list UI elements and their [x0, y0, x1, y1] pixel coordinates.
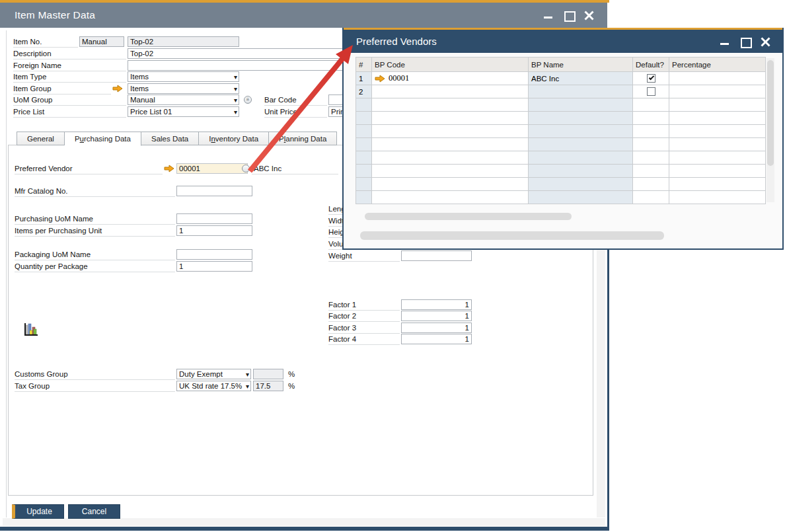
column-header[interactable]: Default?	[633, 57, 669, 72]
bp-code-cell[interactable]	[372, 85, 529, 98]
bp-name-cell[interactable]	[529, 191, 633, 204]
item-no-series-field[interactable]: Manual	[79, 36, 124, 47]
tab-purchasing-data[interactable]: Purchasing Data	[65, 132, 141, 146]
percentage-cell[interactable]	[669, 165, 766, 178]
uom-details-icon[interactable]: ≡	[244, 96, 252, 104]
dialog-vertical-scrollbar[interactable]	[766, 58, 774, 202]
tab-planning-data[interactable]: Planning Data	[269, 132, 337, 145]
row-number-cell[interactable]	[356, 112, 372, 125]
row-number-cell[interactable]	[356, 98, 372, 112]
bp-name-cell[interactable]: ABC Inc	[529, 72, 633, 85]
minimize-icon[interactable]	[543, 11, 553, 20]
bp-name-cell[interactable]	[529, 85, 633, 98]
horizontal-scrollbar-track[interactable]	[3, 518, 605, 526]
percentage-cell[interactable]	[669, 178, 766, 191]
tax-pct-field[interactable]: 17.5	[253, 381, 283, 391]
row-number-cell[interactable]	[356, 138, 372, 151]
dialog-horizontal-scrollbar-2[interactable]	[360, 231, 664, 240]
dialog-horizontal-scrollbar-1[interactable]	[365, 213, 572, 220]
tax-group-dropdown[interactable]: UK Std rate 17.5%	[176, 381, 251, 391]
qty-per-package-field[interactable]: 1	[176, 261, 252, 272]
close-icon[interactable]	[761, 37, 770, 46]
bp-code-cell[interactable]	[372, 98, 529, 112]
factor-2-label: Factor 2	[328, 311, 400, 322]
default-checkbox[interactable]	[647, 87, 655, 96]
row-number-cell[interactable]	[356, 151, 372, 165]
column-header[interactable]: BP Code	[372, 57, 529, 72]
bar-chart-icon[interactable]	[24, 323, 40, 337]
row-number-cell[interactable]: 2	[356, 85, 372, 98]
cancel-button[interactable]: Cancel	[68, 504, 120, 519]
bp-code-cell[interactable]	[372, 125, 529, 138]
scrollbar-thumb[interactable]	[767, 60, 774, 166]
link-arrow-icon[interactable]	[112, 85, 123, 93]
uom-group-dropdown[interactable]: Manual	[128, 95, 239, 105]
bp-code-cell[interactable]: 00001	[372, 72, 529, 85]
packaging-uom-field[interactable]	[176, 249, 252, 260]
tab-inventory-data[interactable]: Inventory Data	[199, 132, 269, 145]
factor-3-field[interactable]: 1	[401, 323, 472, 333]
preferred-vendors-dialog: Preferred Vendors #BP CodeBP NameDefault…	[342, 28, 784, 250]
close-icon[interactable]	[584, 11, 594, 20]
vendor-selector-icon[interactable]	[242, 165, 250, 172]
column-header[interactable]: Percentage	[669, 57, 766, 72]
percentage-cell[interactable]	[669, 98, 766, 112]
preferred-vendors-titlebar[interactable]: Preferred Vendors	[344, 30, 782, 53]
default-checkbox[interactable]	[647, 74, 655, 83]
row-number-cell[interactable]	[356, 178, 372, 191]
vendor-row	[356, 125, 766, 138]
bp-name-cell[interactable]	[529, 138, 633, 151]
row-number-cell[interactable]	[356, 125, 372, 138]
minimize-icon[interactable]	[720, 37, 729, 46]
tab-general[interactable]: General	[17, 132, 65, 145]
customs-group-dropdown[interactable]: Duty Exempt	[176, 369, 251, 379]
row-number-cell[interactable]	[356, 191, 372, 204]
column-header[interactable]: BP Name	[529, 57, 633, 72]
factor-2-field[interactable]: 1	[401, 311, 472, 321]
bp-code-cell[interactable]	[372, 112, 529, 125]
tab-sales-data[interactable]: Sales Data	[141, 132, 199, 145]
bp-name-cell[interactable]	[529, 151, 633, 165]
factor-1-field[interactable]: 1	[401, 299, 472, 310]
default-cell	[633, 112, 669, 125]
bp-code-cell[interactable]	[372, 165, 529, 178]
percentage-cell[interactable]	[669, 72, 766, 85]
update-button[interactable]: Update	[12, 504, 64, 519]
item-type-dropdown[interactable]: Items	[128, 71, 239, 82]
maximize-icon[interactable]	[564, 11, 574, 20]
screen: Item Master Data Item No. Manual Top-02 …	[0, 0, 785, 532]
item-master-titlebar[interactable]: Item Master Data	[0, 3, 607, 28]
bp-code-cell[interactable]	[372, 178, 529, 191]
bp-code-cell[interactable]	[372, 191, 529, 204]
row-number-cell[interactable]	[356, 165, 372, 178]
percentage-cell[interactable]	[669, 191, 766, 204]
price-list-dropdown[interactable]: Price List 01	[128, 106, 239, 117]
purchasing-uom-field[interactable]	[176, 213, 252, 224]
weight-field[interactable]	[401, 250, 472, 261]
link-arrow-icon[interactable]	[164, 165, 174, 172]
maximize-icon[interactable]	[740, 37, 750, 46]
percentage-cell[interactable]	[669, 85, 766, 98]
bp-name-cell[interactable]	[529, 112, 633, 125]
bp-code-cell[interactable]	[372, 151, 529, 165]
bp-name-cell[interactable]	[529, 98, 633, 112]
bp-name-cell[interactable]	[529, 125, 633, 138]
percentage-cell[interactable]	[669, 125, 766, 138]
percentage-cell[interactable]	[669, 151, 766, 165]
preferred-vendor-field[interactable]: 00001	[176, 163, 248, 174]
mfr-catalog-field[interactable]	[176, 186, 252, 196]
items-per-unit-field[interactable]: 1	[176, 225, 252, 236]
row-number-cell[interactable]: 1	[356, 72, 372, 85]
item-group-dropdown[interactable]: Items	[128, 83, 239, 94]
bp-name-cell[interactable]	[529, 178, 633, 191]
bp-code-cell[interactable]	[372, 138, 529, 151]
foreign-name-label: Foreign Name	[13, 60, 126, 71]
column-header[interactable]: #	[356, 57, 372, 72]
factor-1-label: Factor 1	[328, 299, 400, 311]
bp-name-cell[interactable]	[529, 165, 633, 178]
percentage-cell[interactable]	[669, 138, 766, 151]
item-no-field[interactable]: Top-02	[128, 36, 239, 47]
factor-4-field[interactable]: 1	[401, 334, 472, 344]
percentage-cell[interactable]	[669, 112, 766, 125]
link-arrow-icon[interactable]	[375, 75, 385, 83]
